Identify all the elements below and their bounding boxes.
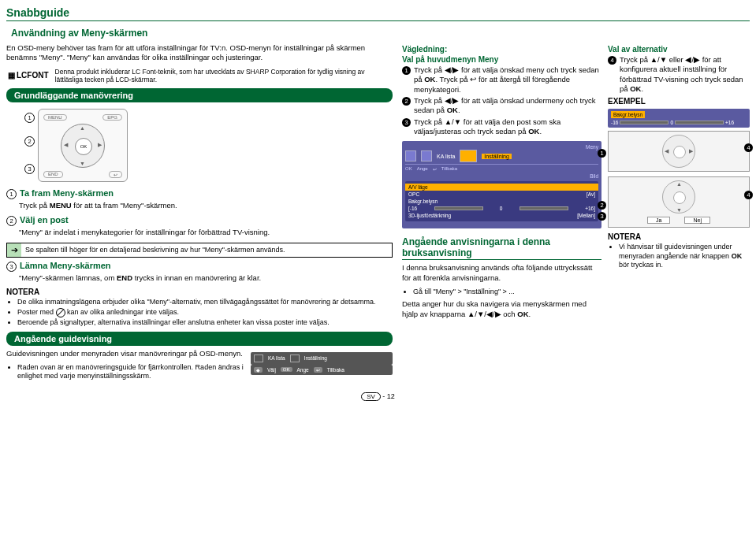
list-item: Raden ovan är en manövreringsguide för f… xyxy=(17,363,244,381)
tile-icon xyxy=(421,150,432,161)
guide-bullet-list: Raden ovan är en manövreringsguide för f… xyxy=(17,363,244,381)
end-button: END xyxy=(43,171,63,178)
step-2-num: 2 xyxy=(6,216,17,226)
osd-tillbaka: Tillbaka xyxy=(441,166,457,172)
step-1-text: Tryck på MENU för att ta fram "Meny"-skä… xyxy=(19,201,393,210)
osd-item-bakgr: Bakgr.belysn xyxy=(408,198,595,205)
valav-title: Val av alternativ xyxy=(608,45,750,54)
list-item: Vi hänvisar till guidevisningen under me… xyxy=(619,243,750,269)
ex-minus: -16 xyxy=(611,120,618,125)
list-item: Gå till "Meny" > "Inställning" > ... xyxy=(413,288,601,296)
step-2-text: "Meny" är indelat i menykategorier för i… xyxy=(19,228,393,237)
lang-badge: SV xyxy=(361,392,381,401)
exempel-label: EXEMPEL xyxy=(608,97,750,106)
callout-2: 2 xyxy=(598,201,606,210)
ex-osd-1: Bakgr.belysn -160+16 xyxy=(608,109,750,128)
ex-bakgr: Bakgr.belysn xyxy=(611,111,645,118)
heading: Användning av Meny-skärmen xyxy=(11,28,750,39)
ex-zero: 0 xyxy=(670,120,673,125)
osd-panel: Meny KA lista Inställning OKAnge ↩Tillba… xyxy=(402,141,601,228)
see-right-box: ➔ Se spalten till höger för en detaljera… xyxy=(6,243,393,258)
list-item: Poster med kan av olika anledningar inte… xyxy=(17,308,393,317)
guide-strip-2: ◆Välj OKAnge ↩Tillbaka xyxy=(251,365,393,375)
vag-title: Vägledning: xyxy=(402,45,601,54)
osd-ka: KA lista xyxy=(437,154,455,159)
ka-icon xyxy=(254,355,263,362)
ka-label: KA lista xyxy=(268,355,285,361)
notera-2: NOTERA xyxy=(608,232,750,241)
page-number: SV - 12 xyxy=(6,392,750,400)
step-2-title: Välj en post xyxy=(20,215,69,225)
notera-label: NOTERA xyxy=(6,288,393,296)
angaende-text: I denna bruksanvisning används ofta följ… xyxy=(402,263,601,283)
bstep-3: 3 xyxy=(402,118,411,127)
ok-icon: OK xyxy=(281,367,292,372)
callout-3: 3 xyxy=(598,212,606,221)
osd-bild: Bild xyxy=(405,173,598,179)
osd-ange: Ange xyxy=(417,166,428,172)
step-1-title: Ta fram Meny-skärmen xyxy=(20,188,114,198)
osd-meny-label: Meny xyxy=(405,144,598,150)
osd-item-opc: OPC[Av] xyxy=(408,191,595,198)
back-icon: ↩ xyxy=(314,367,322,373)
page-title: Snabbguide xyxy=(6,6,750,21)
ok-button: OK xyxy=(75,138,92,155)
marker-3: 3 xyxy=(24,164,35,174)
osd-item-3d: 3D-ljusförstärkning[Mellan] xyxy=(408,212,595,219)
list-item: Beroende på signaltyper, alternativa ins… xyxy=(17,318,393,327)
vag3-text: Tryck på ▲/▼ för att välja den post som … xyxy=(414,117,601,137)
callout-4b: 4 xyxy=(744,191,753,199)
notera-list: De olika inmatningslägena erbjuder olika… xyxy=(17,298,393,327)
marker-1: 1 xyxy=(24,113,35,123)
step-3-text: "Meny"-skärmen lämnas, om END trycks in … xyxy=(19,273,393,283)
no-select-icon xyxy=(56,308,65,317)
ex-pad-2: ▲▼ JaNej xyxy=(608,176,750,228)
tillbaka-label: Tillbaka xyxy=(327,367,344,373)
step-3-num: 3 xyxy=(6,262,17,272)
angaende-title: Angående anvisningarna i denna bruksanvi… xyxy=(402,236,601,260)
arrow-right-icon: ➔ xyxy=(7,243,21,257)
bstep-2: 2 xyxy=(402,97,411,106)
step-1-num: 1 xyxy=(6,189,17,199)
ja-option: Ja xyxy=(647,217,670,224)
lcfont-icon: ▦ xyxy=(8,71,15,80)
vag2-text: Tryck på ◀/▶ för att välja önskad underm… xyxy=(414,96,601,116)
nej-option: Nej xyxy=(684,217,710,224)
bstep-4: 4 xyxy=(608,56,616,65)
step-3-title: Lämna Meny-skärmen xyxy=(20,261,111,270)
nav-icon: ◆ xyxy=(254,367,263,373)
guide-text: Guidevisningen under menyraden visar man… xyxy=(6,349,244,358)
callout-1: 1 xyxy=(598,149,606,158)
marker-2: 2 xyxy=(24,136,35,147)
nav-pad: OK ▲▼◀▶ xyxy=(61,124,105,168)
section-guide: Angående guidevisning xyxy=(6,332,393,346)
vag1-text: Tryck på ◀/▶ för att välja önskad meny o… xyxy=(414,65,601,95)
angaende-text2: Detta anger hur du ska navigera via meny… xyxy=(402,299,601,319)
tile-icon-hi xyxy=(460,150,477,162)
guide-strip: KA lista Inställning xyxy=(251,352,393,365)
section-basic-ops: Grundläggande manövrering xyxy=(6,88,393,102)
valav-text: Tryck på ▲/▼ eller ◀/▶ för att konfigure… xyxy=(620,55,750,94)
lcfont-label: LCFONT xyxy=(17,71,49,80)
intro-text: En OSD-meny behöver tas fram för att utf… xyxy=(6,43,393,63)
lcfont-box: ▦LCFONT Denna produkt inkluderar LC Font… xyxy=(6,68,393,84)
ex-plus: +16 xyxy=(725,120,734,125)
tile-icon xyxy=(405,150,416,161)
see-right-text: Se spalten till höger för en detaljerad … xyxy=(21,243,392,257)
page-num: 12 xyxy=(387,392,395,400)
valj-label: Välj xyxy=(267,367,276,373)
inst-icon xyxy=(290,355,300,362)
osd-slider: [-160+16] xyxy=(408,205,595,212)
osd-item-avlage: A/V läge xyxy=(405,184,598,191)
lcfont-text: Denna produkt inkluderar LC Font-teknik,… xyxy=(55,68,393,84)
list-item: De olika inmatningslägena erbjuder olika… xyxy=(17,298,393,306)
callout-4a: 4 xyxy=(744,143,753,152)
ex-pad-1: ◀▶ xyxy=(608,131,750,172)
remote-diagram: 1 2 3 MENUEPG OK ▲▼◀▶ END↩ xyxy=(38,109,128,182)
vag-sub: Val på huvudmenyn Meny xyxy=(402,55,601,64)
inst-label: Inställning xyxy=(304,355,327,361)
osd-inner: A/V läge OPC[Av] Bakgr.belysn [-160+16] … xyxy=(405,181,598,221)
menu-button: MENU xyxy=(43,114,67,121)
bstep-1: 1 xyxy=(402,66,411,75)
ange-label: Ange xyxy=(297,367,309,373)
